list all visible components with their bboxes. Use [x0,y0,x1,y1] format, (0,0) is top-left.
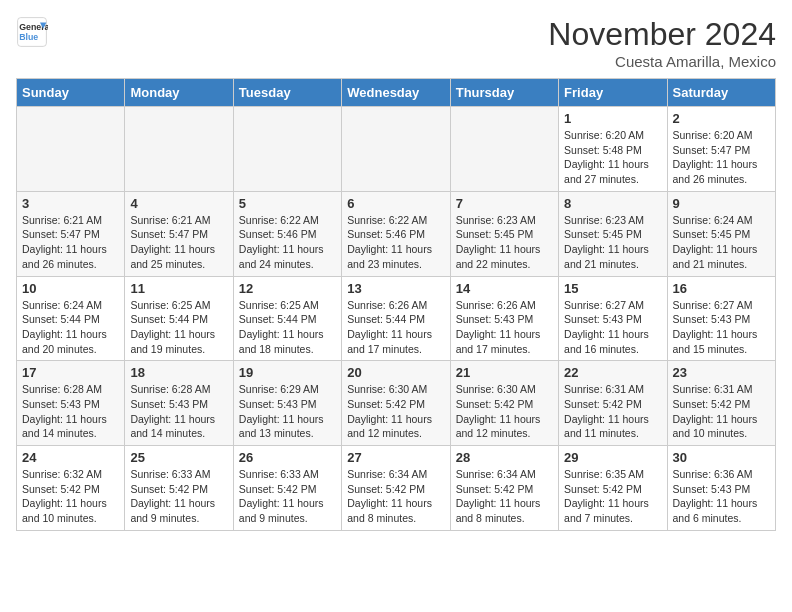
day-info: Sunrise: 6:25 AM Sunset: 5:44 PM Dayligh… [239,298,336,357]
calendar-cell: 5Sunrise: 6:22 AM Sunset: 5:46 PM Daylig… [233,191,341,276]
day-info: Sunrise: 6:21 AM Sunset: 5:47 PM Dayligh… [22,213,119,272]
svg-text:Blue: Blue [19,32,38,42]
day-info: Sunrise: 6:29 AM Sunset: 5:43 PM Dayligh… [239,382,336,441]
calendar-week-row: 17Sunrise: 6:28 AM Sunset: 5:43 PM Dayli… [17,361,776,446]
day-info: Sunrise: 6:20 AM Sunset: 5:47 PM Dayligh… [673,128,770,187]
calendar-table: SundayMondayTuesdayWednesdayThursdayFrid… [16,78,776,531]
calendar-week-row: 24Sunrise: 6:32 AM Sunset: 5:42 PM Dayli… [17,446,776,531]
day-number: 18 [130,365,227,380]
weekday-header: Sunday [17,79,125,107]
day-info: Sunrise: 6:30 AM Sunset: 5:42 PM Dayligh… [456,382,553,441]
weekday-header: Thursday [450,79,558,107]
calendar-cell: 2Sunrise: 6:20 AM Sunset: 5:47 PM Daylig… [667,107,775,192]
day-number: 15 [564,281,661,296]
day-number: 25 [130,450,227,465]
day-number: 20 [347,365,444,380]
day-info: Sunrise: 6:20 AM Sunset: 5:48 PM Dayligh… [564,128,661,187]
calendar-week-row: 10Sunrise: 6:24 AM Sunset: 5:44 PM Dayli… [17,276,776,361]
calendar-cell: 20Sunrise: 6:30 AM Sunset: 5:42 PM Dayli… [342,361,450,446]
weekday-header-row: SundayMondayTuesdayWednesdayThursdayFrid… [17,79,776,107]
day-number: 5 [239,196,336,211]
weekday-header: Monday [125,79,233,107]
day-number: 22 [564,365,661,380]
day-number: 27 [347,450,444,465]
calendar-cell: 19Sunrise: 6:29 AM Sunset: 5:43 PM Dayli… [233,361,341,446]
day-number: 7 [456,196,553,211]
location-title: Cuesta Amarilla, Mexico [548,53,776,70]
day-number: 8 [564,196,661,211]
day-info: Sunrise: 6:27 AM Sunset: 5:43 PM Dayligh… [564,298,661,357]
calendar-cell: 4Sunrise: 6:21 AM Sunset: 5:47 PM Daylig… [125,191,233,276]
calendar-cell: 23Sunrise: 6:31 AM Sunset: 5:42 PM Dayli… [667,361,775,446]
calendar-cell: 12Sunrise: 6:25 AM Sunset: 5:44 PM Dayli… [233,276,341,361]
weekday-header: Saturday [667,79,775,107]
day-info: Sunrise: 6:33 AM Sunset: 5:42 PM Dayligh… [239,467,336,526]
day-number: 11 [130,281,227,296]
day-number: 16 [673,281,770,296]
day-info: Sunrise: 6:24 AM Sunset: 5:44 PM Dayligh… [22,298,119,357]
day-info: Sunrise: 6:30 AM Sunset: 5:42 PM Dayligh… [347,382,444,441]
day-number: 2 [673,111,770,126]
weekday-header: Friday [559,79,667,107]
day-number: 4 [130,196,227,211]
day-info: Sunrise: 6:34 AM Sunset: 5:42 PM Dayligh… [456,467,553,526]
day-number: 21 [456,365,553,380]
day-info: Sunrise: 6:21 AM Sunset: 5:47 PM Dayligh… [130,213,227,272]
calendar-week-row: 1Sunrise: 6:20 AM Sunset: 5:48 PM Daylig… [17,107,776,192]
day-info: Sunrise: 6:23 AM Sunset: 5:45 PM Dayligh… [564,213,661,272]
day-number: 26 [239,450,336,465]
day-number: 10 [22,281,119,296]
day-number: 19 [239,365,336,380]
calendar-cell: 7Sunrise: 6:23 AM Sunset: 5:45 PM Daylig… [450,191,558,276]
day-info: Sunrise: 6:36 AM Sunset: 5:43 PM Dayligh… [673,467,770,526]
calendar-cell: 29Sunrise: 6:35 AM Sunset: 5:42 PM Dayli… [559,446,667,531]
calendar-cell: 28Sunrise: 6:34 AM Sunset: 5:42 PM Dayli… [450,446,558,531]
day-number: 24 [22,450,119,465]
day-number: 12 [239,281,336,296]
day-number: 23 [673,365,770,380]
logo-icon: General Blue [16,16,48,48]
day-info: Sunrise: 6:24 AM Sunset: 5:45 PM Dayligh… [673,213,770,272]
calendar-week-row: 3Sunrise: 6:21 AM Sunset: 5:47 PM Daylig… [17,191,776,276]
day-info: Sunrise: 6:23 AM Sunset: 5:45 PM Dayligh… [456,213,553,272]
day-number: 3 [22,196,119,211]
calendar-cell [233,107,341,192]
day-info: Sunrise: 6:32 AM Sunset: 5:42 PM Dayligh… [22,467,119,526]
calendar-cell: 22Sunrise: 6:31 AM Sunset: 5:42 PM Dayli… [559,361,667,446]
day-number: 1 [564,111,661,126]
day-number: 30 [673,450,770,465]
day-info: Sunrise: 6:27 AM Sunset: 5:43 PM Dayligh… [673,298,770,357]
day-info: Sunrise: 6:31 AM Sunset: 5:42 PM Dayligh… [673,382,770,441]
calendar-cell: 18Sunrise: 6:28 AM Sunset: 5:43 PM Dayli… [125,361,233,446]
calendar-cell [125,107,233,192]
calendar-cell [342,107,450,192]
calendar-cell: 25Sunrise: 6:33 AM Sunset: 5:42 PM Dayli… [125,446,233,531]
day-info: Sunrise: 6:33 AM Sunset: 5:42 PM Dayligh… [130,467,227,526]
day-info: Sunrise: 6:35 AM Sunset: 5:42 PM Dayligh… [564,467,661,526]
day-number: 17 [22,365,119,380]
calendar-cell: 13Sunrise: 6:26 AM Sunset: 5:44 PM Dayli… [342,276,450,361]
day-info: Sunrise: 6:22 AM Sunset: 5:46 PM Dayligh… [347,213,444,272]
logo: General Blue [16,16,48,48]
calendar-cell: 3Sunrise: 6:21 AM Sunset: 5:47 PM Daylig… [17,191,125,276]
day-number: 14 [456,281,553,296]
calendar-cell: 21Sunrise: 6:30 AM Sunset: 5:42 PM Dayli… [450,361,558,446]
day-number: 13 [347,281,444,296]
calendar-cell: 26Sunrise: 6:33 AM Sunset: 5:42 PM Dayli… [233,446,341,531]
calendar-cell: 8Sunrise: 6:23 AM Sunset: 5:45 PM Daylig… [559,191,667,276]
day-info: Sunrise: 6:25 AM Sunset: 5:44 PM Dayligh… [130,298,227,357]
month-title: November 2024 [548,16,776,53]
calendar-cell: 10Sunrise: 6:24 AM Sunset: 5:44 PM Dayli… [17,276,125,361]
day-number: 28 [456,450,553,465]
calendar-cell [17,107,125,192]
calendar-cell: 17Sunrise: 6:28 AM Sunset: 5:43 PM Dayli… [17,361,125,446]
day-number: 9 [673,196,770,211]
calendar-cell: 24Sunrise: 6:32 AM Sunset: 5:42 PM Dayli… [17,446,125,531]
weekday-header: Wednesday [342,79,450,107]
day-number: 29 [564,450,661,465]
calendar-cell: 1Sunrise: 6:20 AM Sunset: 5:48 PM Daylig… [559,107,667,192]
day-info: Sunrise: 6:26 AM Sunset: 5:43 PM Dayligh… [456,298,553,357]
title-block: November 2024 Cuesta Amarilla, Mexico [548,16,776,70]
calendar-cell: 16Sunrise: 6:27 AM Sunset: 5:43 PM Dayli… [667,276,775,361]
page-header: General Blue November 2024 Cuesta Amaril… [16,16,776,70]
